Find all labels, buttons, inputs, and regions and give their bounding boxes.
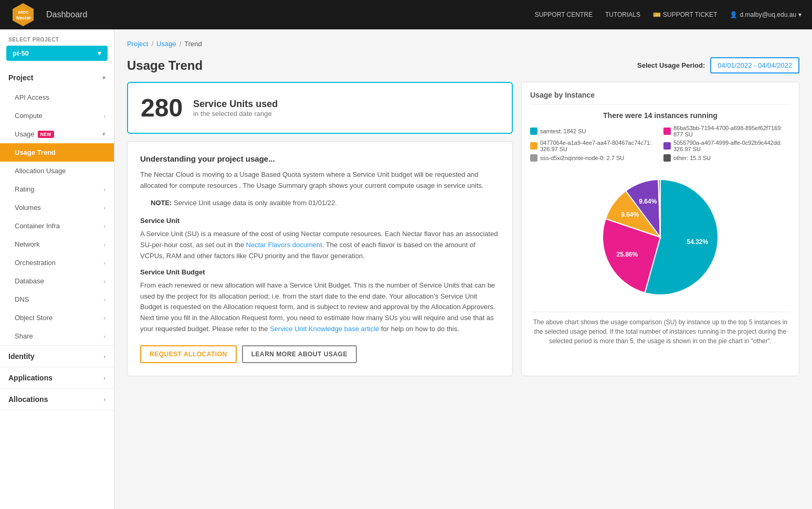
- allocations-chevron-icon: ›: [103, 396, 106, 402]
- sidebar-item-database[interactable]: Database ›: [0, 272, 114, 290]
- legend-color-4: [530, 154, 537, 162]
- sidebar-item-usage-trend[interactable]: Usage Trend: [0, 143, 114, 162]
- info-h4-su: Service Unit: [140, 217, 500, 225]
- info-note: NOTE: Service Unit usage data is only av…: [140, 198, 500, 209]
- project-selector[interactable]: pt-50 ▾: [6, 46, 108, 61]
- sidebar: SELECT PROJECT pt-50 ▾ Project ▾ API Acc…: [0, 29, 114, 509]
- share-chevron-icon: ›: [103, 333, 106, 340]
- sidebar-item-allocation-usage[interactable]: Allocation Usage: [0, 162, 114, 180]
- breadcrumb-usage[interactable]: Usage: [156, 40, 176, 48]
- info-para2: A Service Unit (SU) is a measure of the …: [140, 229, 500, 261]
- breadcrumb-sep2: /: [180, 40, 182, 48]
- breadcrumb-trend: Trend: [184, 40, 202, 48]
- sidebar-item-container-infra[interactable]: Container Infra ›: [0, 217, 114, 235]
- support-ticket-link[interactable]: 🎫 SUPPORT TICKET: [653, 11, 717, 18]
- learn-more-button[interactable]: LEARN MORE ABOUT USAGE: [242, 345, 357, 363]
- sidebar-item-share[interactable]: Share ›: [0, 327, 114, 345]
- breadcrumb-sep1: /: [151, 40, 153, 48]
- page-header: Usage Trend Select Usage Period: 04/01/2…: [127, 57, 799, 73]
- content-grid: 280 Service Units used in the selected d…: [127, 82, 799, 376]
- legend-label-0: samtest: 1842 SU: [540, 128, 586, 134]
- sidebar-section-header-applications[interactable]: Applications ›: [0, 367, 114, 388]
- su-text: Service Units used in the selected date …: [193, 99, 278, 118]
- sidebar-section-header-allocations[interactable]: Allocations ›: [0, 389, 114, 410]
- su-card: 280 Service Units used in the selected d…: [127, 82, 513, 134]
- breadcrumb: Project / Usage / Trend: [127, 40, 799, 48]
- select-project-label: SELECT PROJECT: [0, 29, 114, 46]
- svg-text:9.64%: 9.64%: [621, 211, 639, 218]
- svg-text:ARDC: ARDC: [18, 10, 28, 14]
- legend-item-2: 0477064e-a1a9-4ee7-aa47-80467ac74c71: 32…: [530, 140, 657, 152]
- period-label: Select Usage Period:: [637, 61, 705, 69]
- logo-icon: ARDC Nectar: [10, 2, 36, 27]
- rating-chevron-icon: ›: [103, 186, 106, 193]
- support-centre-link[interactable]: SUPPORT CENTRE: [535, 11, 593, 18]
- sidebar-section-allocations: Allocations ›: [0, 389, 114, 410]
- sidebar-section-identity: Identity ›: [0, 346, 114, 367]
- dashboard-label: Dashboard: [46, 10, 87, 19]
- sidebar-item-api-access[interactable]: API Access: [0, 88, 114, 107]
- legend-item-1: 86ba53bb-7194-4700-a698-895ef62f7169: 87…: [663, 125, 790, 137]
- legend-label-2: 0477064e-a1a9-4ee7-aa47-80467ac74c71: 32…: [540, 140, 657, 152]
- chart-card: Usage by Instance There were 14 instance…: [521, 82, 799, 376]
- legend-item-0: samtest: 1842 SU: [530, 125, 657, 137]
- svg-text:25.86%: 25.86%: [616, 251, 638, 258]
- legend-color-3: [663, 142, 671, 150]
- ticket-icon: 🎫: [653, 11, 661, 18]
- legend-label-4: sss-d5xi2nqinnte-node-0: 2.7 SU: [540, 155, 624, 161]
- sidebar-item-rating[interactable]: Rating ›: [0, 180, 114, 198]
- user-icon: 👤: [730, 11, 737, 18]
- legend-color-1: [663, 128, 671, 135]
- svg-text:Nectar: Nectar: [16, 15, 31, 20]
- info-card: Understanding your project usage... The …: [127, 141, 513, 376]
- info-h4-budget: Service Unit Budget: [140, 268, 500, 276]
- knowledge-base-link[interactable]: Service Unit Knowledge base article: [270, 325, 379, 333]
- sidebar-section-project: Project ▾ API Access Compute › Usage NEW…: [0, 67, 114, 346]
- usage-new-badge: NEW: [38, 131, 54, 138]
- info-para1: The Nectar Cloud is moving to a Usage Ba…: [140, 169, 500, 192]
- info-heading: Understanding your project usage...: [140, 154, 500, 163]
- objectstore-chevron-icon: ›: [103, 315, 106, 321]
- sidebar-item-object-store[interactable]: Object Store ›: [0, 309, 114, 327]
- page-title: Usage Trend: [127, 58, 203, 73]
- sidebar-section-header-identity[interactable]: Identity ›: [0, 346, 114, 367]
- sidebar-section-header-project[interactable]: Project ▾: [0, 67, 114, 88]
- chart-legend: samtest: 1842 SU 86ba53bb-7194-4700-a698…: [530, 125, 790, 162]
- project-section-chevron-icon: ▾: [102, 75, 106, 81]
- network-chevron-icon: ›: [103, 241, 106, 248]
- container-chevron-icon: ›: [103, 223, 106, 229]
- request-allocation-button[interactable]: REQUEST ALLOCATION: [140, 345, 237, 363]
- sidebar-item-orchestration[interactable]: Orchestration ›: [0, 253, 114, 272]
- su-number: 280: [141, 93, 183, 122]
- sidebar-item-compute[interactable]: Compute ›: [0, 107, 114, 125]
- left-column: 280 Service Units used in the selected d…: [127, 82, 513, 376]
- breadcrumb-project[interactable]: Project: [127, 40, 148, 48]
- chart-subtitle: There were 14 instances running: [530, 111, 790, 120]
- top-nav: ARDC Nectar Dashboard SUPPORT CENTRE TUT…: [0, 0, 812, 29]
- chart-footer: The above chart shows the usage comparis…: [530, 312, 790, 346]
- legend-label-5: other: 15.3 SU: [673, 155, 711, 161]
- sidebar-item-volumes[interactable]: Volumes ›: [0, 198, 114, 217]
- identity-chevron-icon: ›: [103, 353, 106, 359]
- su-sublabel: in the selected date range: [193, 110, 278, 118]
- flavors-link[interactable]: Nectar Flavors document: [246, 241, 322, 249]
- legend-item-3: 5055790a-a407-4999-affe-0c92b9c442dd: 32…: [663, 140, 790, 152]
- user-chevron-icon: ▾: [798, 11, 802, 18]
- info-para3: From each renewed or new allocation will…: [140, 280, 500, 335]
- compute-chevron-icon: ›: [103, 113, 106, 119]
- sidebar-item-dns[interactable]: DNS ›: [0, 290, 114, 309]
- sidebar-section-applications: Applications ›: [0, 367, 114, 389]
- period-input[interactable]: 04/01/2022 - 04/04/2022: [710, 57, 799, 73]
- dns-chevron-icon: ›: [103, 296, 106, 303]
- btn-row: REQUEST ALLOCATION LEARN MORE ABOUT USAG…: [140, 345, 500, 363]
- pie-chart: 54.32%25.86%9.64%9.64%: [592, 169, 729, 305]
- orchestration-chevron-icon: ›: [103, 260, 106, 266]
- legend-label-3: 5055790a-a407-4999-affe-0c92b9c442dd: 32…: [673, 140, 790, 152]
- tutorials-link[interactable]: TUTORIALS: [605, 11, 640, 18]
- usage-chevron-icon: ▾: [102, 131, 106, 137]
- legend-item-5: other: 15.3 SU: [663, 154, 790, 162]
- user-menu[interactable]: 👤 d.malby@uq.edu.au ▾: [730, 11, 802, 18]
- sidebar-item-usage[interactable]: Usage NEW ▾: [0, 125, 114, 143]
- svg-text:54.32%: 54.32%: [687, 238, 708, 246]
- sidebar-item-network[interactable]: Network ›: [0, 235, 114, 253]
